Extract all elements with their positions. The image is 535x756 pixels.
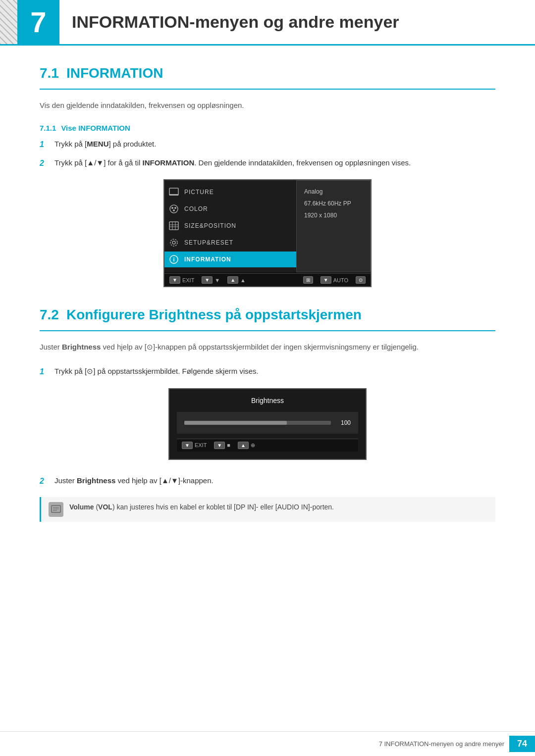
section-7-1-title: INFORMATION bbox=[66, 65, 163, 81]
chapter-title: INFORMATION-menyen og andre menyer bbox=[59, 0, 399, 44]
up-btn-box: ▲ bbox=[227, 276, 238, 284]
svg-point-2 bbox=[170, 205, 178, 213]
information-icon: i bbox=[168, 254, 179, 265]
section-divider-7-2 bbox=[40, 330, 495, 331]
steps-list-7-1: 1 Trykk på [MENU] på produktet. 2 Trykk … bbox=[40, 138, 495, 169]
subsection-7-1-1-title: Vise INFORMATION bbox=[61, 124, 130, 132]
info-line3: 1920 x 1080 bbox=[304, 209, 363, 221]
brightness-keyword-desc: Brightness bbox=[62, 343, 101, 351]
osd-color-label: COLOR bbox=[184, 205, 208, 212]
svg-point-4 bbox=[174, 207, 176, 209]
down-btn-box: ▼ bbox=[202, 276, 213, 284]
section-7-2-number: 7.2 bbox=[40, 307, 59, 323]
info-line2: 67.6kHz 60Hz PP bbox=[304, 198, 363, 209]
brightness-minus-box: ▼ bbox=[214, 442, 225, 449]
monitor-btn-box: ⊞ bbox=[303, 276, 313, 284]
step-7-1-2: 2 Trykk på [▲/▼] for å gå til INFORMATIO… bbox=[40, 157, 495, 170]
steps-list-7-2-b: 2 Juster Brightness ved hjelp av [▲/▼]-k… bbox=[40, 475, 495, 488]
osd-right-info-panel: Analog 67.6kHz 60Hz PP 1920 x 1080 bbox=[296, 180, 371, 272]
step-text-7-2-1: Trykk på [⊙] på oppstartsskjermbildet. F… bbox=[54, 365, 495, 377]
auto-label: AUTO bbox=[333, 277, 348, 283]
section-7-1-desc: Vis den gjeldende inndatakilden, frekven… bbox=[40, 100, 495, 111]
brightness-minus-label: ■ bbox=[227, 442, 230, 448]
osd-left-menu: PICTURE bbox=[164, 180, 296, 272]
chapter-number: 7 bbox=[30, 5, 46, 39]
section-7-1-number: 7.1 bbox=[40, 65, 59, 81]
osd-row-setup: SETUP&RESET bbox=[164, 235, 296, 251]
section-7-2: 7.2 Konfigurere Brightness på oppstartsk… bbox=[40, 307, 495, 522]
brightness-bar: 100 bbox=[184, 419, 351, 426]
osd-row-color: COLOR bbox=[164, 201, 296, 217]
osd-information-label: INFORMATION bbox=[184, 256, 231, 263]
step-7-2-1: 1 Trykk på [⊙] på oppstartsskjermbildet.… bbox=[40, 365, 495, 378]
osd-picture-label: PICTURE bbox=[184, 189, 214, 196]
svg-text:i: i bbox=[173, 256, 174, 262]
brightness-slider-area: 100 bbox=[177, 412, 358, 434]
menu-keyword: MENU bbox=[87, 140, 108, 148]
osd-up-btn: ▲ ▲ bbox=[227, 276, 246, 284]
info-line1: Analog bbox=[304, 186, 363, 198]
color-icon bbox=[168, 203, 179, 214]
osd-screen: PICTURE bbox=[163, 179, 372, 287]
osd-exit-btn: ▼ EXIT bbox=[169, 276, 194, 284]
note-icon bbox=[49, 502, 63, 517]
footer-inner: 7 INFORMATION-menyen og andre menyer 74 bbox=[379, 736, 535, 752]
svg-rect-0 bbox=[169, 188, 178, 195]
osd-power-btn: ⊙ bbox=[356, 276, 366, 284]
step-7-2-2: 2 Juster Brightness ved hjelp av [▲/▼]-k… bbox=[40, 475, 495, 488]
section-7-2-title: Konfigurere Brightness på oppstartskjerm… bbox=[66, 307, 362, 323]
osd-row-information: i INFORMATION bbox=[164, 252, 296, 267]
osd-row-picture: PICTURE bbox=[164, 184, 296, 200]
down-label: ▼ bbox=[214, 277, 220, 283]
up-label: ▲ bbox=[240, 277, 246, 283]
subsection-7-1-1: 7.1.1 Vise INFORMATION 1 Trykk på [MENU]… bbox=[40, 124, 495, 169]
footer-page-number: 74 bbox=[509, 736, 535, 752]
vol-keyword: VOL bbox=[98, 503, 112, 511]
page-footer: 7 INFORMATION-menyen og andre menyer 74 bbox=[0, 731, 535, 756]
osd-row-size: SIZE&POSITION bbox=[164, 218, 296, 234]
brightness-screen: Brightness 100 ▼ EXIT bbox=[168, 388, 367, 460]
exit-btn-box: ▼ bbox=[169, 276, 180, 284]
exit-label: EXIT bbox=[182, 277, 194, 283]
svg-point-12 bbox=[170, 239, 177, 246]
osd-full-layout: PICTURE bbox=[164, 180, 371, 272]
footer-text: 7 INFORMATION-menyen og andre menyer bbox=[379, 740, 504, 748]
brightness-exit-btn: ▼ EXIT bbox=[182, 442, 207, 449]
osd-setup-label: SETUP&RESET bbox=[184, 239, 233, 246]
svg-point-5 bbox=[173, 209, 175, 211]
osd-monitor-btn: ⊞ bbox=[303, 276, 313, 284]
svg-point-11 bbox=[172, 241, 175, 244]
volume-keyword: Volume bbox=[69, 503, 94, 511]
step-number-2: 2 bbox=[40, 157, 50, 170]
auto-btn-box: ▼ bbox=[321, 276, 331, 284]
step-text-7-2-2: Juster Brightness ved hjelp av [▲/▼]-kna… bbox=[54, 475, 495, 487]
step-number-7-2-2: 2 bbox=[40, 475, 50, 488]
osd-size-label: SIZE&POSITION bbox=[184, 222, 236, 229]
information-keyword: INFORMATION bbox=[143, 158, 195, 167]
note-box: Volume (VOL) kan justeres hvis en kabel … bbox=[40, 497, 495, 522]
svg-point-3 bbox=[171, 207, 173, 209]
step-number-1: 1 bbox=[40, 138, 50, 151]
osd-menu-image: PICTURE bbox=[40, 179, 495, 287]
brightness-plus-btn: ▲ ⊕ bbox=[238, 442, 255, 449]
diagonal-decoration bbox=[0, 0, 17, 44]
svg-rect-1 bbox=[169, 194, 178, 196]
brightness-track bbox=[184, 421, 331, 425]
osd-bottom-bar: ▼ EXIT ▼ ▼ ▲ ▲ ⊞ bbox=[164, 273, 371, 286]
brightness-plus-label: ⊕ bbox=[251, 442, 255, 449]
picture-icon bbox=[168, 187, 179, 198]
subsection-7-1-1-number: 7.1.1 bbox=[40, 124, 56, 132]
brightness-exit-box: ▼ bbox=[182, 442, 193, 449]
osd-auto-btn: ▼ AUTO bbox=[321, 276, 348, 284]
chapter-number-block: 7 bbox=[17, 0, 59, 44]
brightness-fill bbox=[184, 421, 287, 425]
brightness-keyword-step2: Brightness bbox=[77, 476, 115, 485]
main-content: 7.1 INFORMATION Vis den gjeldende inndat… bbox=[0, 65, 535, 522]
brightness-screen-title: Brightness bbox=[177, 397, 358, 404]
osd-down-btn: ▼ ▼ bbox=[202, 276, 220, 284]
section-divider-7-1 bbox=[40, 89, 495, 90]
svg-rect-6 bbox=[169, 222, 178, 230]
header-left: 7 bbox=[0, 0, 59, 44]
size-icon bbox=[168, 220, 179, 231]
brightness-screen-container: Brightness 100 ▼ EXIT bbox=[40, 388, 495, 460]
